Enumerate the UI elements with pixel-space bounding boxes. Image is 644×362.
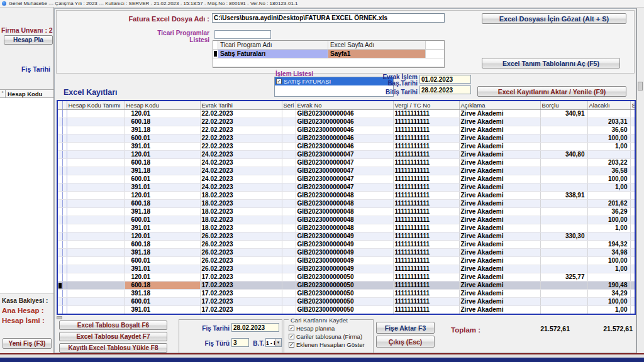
grid-cell[interactable] (282, 142, 296, 150)
grid-cell[interactable]: GİB2023000000047 (296, 183, 393, 191)
grid-cell[interactable] (630, 109, 635, 118)
grid-cell[interactable]: 11111111111 (393, 240, 459, 248)
grid-cell[interactable] (282, 265, 296, 273)
grid-cell[interactable] (62, 142, 67, 150)
grid-cell[interactable] (67, 232, 125, 240)
table-row[interactable]: 120.0126.02.2023GİB202300000004911111111… (58, 232, 635, 240)
table-row[interactable]: 391.1824.02.2023GİB202300000004711111111… (58, 167, 635, 175)
grid-column-header[interactable]: Evrak Tarihi (200, 101, 282, 109)
right-scrollbar-track[interactable] (636, 8, 644, 353)
grid-cell[interactable] (62, 134, 67, 142)
grid-cell[interactable]: 11111111111 (393, 175, 459, 183)
grid-cell[interactable]: 391.01 (125, 224, 200, 232)
grid-cell[interactable]: GİB2023000000047 (296, 167, 393, 175)
table-row[interactable]: 120.0117.02.2023GİB202300000005011111111… (58, 273, 635, 281)
grid-column-header[interactable] (62, 101, 67, 109)
table-row[interactable]: 600.1817.02.2023GİB202300000005011111111… (58, 281, 635, 289)
grid-cell[interactable] (67, 109, 125, 118)
grid-cell[interactable] (62, 232, 67, 240)
grid-cell[interactable] (630, 281, 635, 289)
grid-cell[interactable]: Zirve Akademi (459, 167, 540, 175)
grid-column-header[interactable] (58, 101, 62, 109)
grid-cell[interactable] (630, 199, 635, 207)
grid-cell[interactable] (58, 207, 62, 216)
grid-cell[interactable] (540, 297, 587, 305)
hesap-kodu-column-header[interactable]: Hesap Kodu (6, 90, 54, 97)
grid-cell[interactable]: 1,00 (587, 183, 630, 191)
grid-cell[interactable] (58, 248, 62, 256)
cari-checkbox-row[interactable]: ✓Eklenen Hesapları Göster (289, 341, 372, 349)
table-row[interactable]: 391.0124.02.2023GİB202300000004711111111… (58, 183, 635, 191)
grid-cell[interactable]: Zirve Akademi (459, 281, 540, 289)
grid-cell[interactable]: GİB2023000000050 (296, 305, 393, 314)
grid-cell[interactable]: 11111111111 (393, 109, 459, 118)
grid-cell[interactable]: GİB2023000000046 (296, 134, 393, 142)
grid-cell[interactable] (62, 289, 67, 297)
grid-cell[interactable]: 600.01 (125, 297, 200, 305)
grid-cell[interactable]: 391.01 (125, 305, 200, 314)
grid-cell[interactable] (58, 256, 62, 265)
fis-tarihi-field[interactable]: 28.02.2023 (231, 323, 279, 332)
grid-cell[interactable]: 325,77 (540, 273, 587, 281)
grid-cell[interactable]: 190,48 (587, 281, 630, 289)
grid-cell[interactable]: 391.01 (125, 265, 200, 273)
grid-cell[interactable] (62, 265, 67, 273)
grid-cell[interactable]: 11111111111 (393, 289, 459, 297)
grid-cell[interactable] (62, 216, 67, 224)
grid-cell[interactable]: Zirve Akademi (459, 297, 540, 305)
grid-cell[interactable]: GİB2023000000050 (296, 289, 393, 297)
grid-cell[interactable]: GİB2023000000049 (296, 265, 393, 273)
grid-cell[interactable]: Zirve Akademi (459, 232, 540, 240)
grid-cell[interactable]: GİB2023000000049 (296, 256, 393, 265)
grid-cell[interactable] (58, 150, 62, 158)
grid-cell[interactable] (282, 207, 296, 216)
grid-cell[interactable]: 120.01 (125, 273, 200, 281)
grid-cell[interactable] (282, 167, 296, 175)
grid-cell[interactable] (540, 289, 587, 297)
grid-cell[interactable] (67, 142, 125, 150)
grid-cell[interactable]: 194,32 (587, 240, 630, 248)
grid-cell[interactable] (630, 305, 635, 314)
grid-cell[interactable] (630, 240, 635, 248)
grid-cell[interactable]: 391.18 (125, 289, 200, 297)
grid-cell[interactable] (67, 167, 125, 175)
grid-cell[interactable]: Zirve Akademi (459, 240, 540, 248)
grid-cell[interactable] (282, 297, 296, 305)
grid-cell[interactable] (282, 216, 296, 224)
grid-cell[interactable] (58, 109, 62, 118)
grid-column-header[interactable]: Vergi / TC No (393, 101, 459, 109)
grid-cell[interactable] (58, 216, 62, 224)
grid-cell[interactable] (62, 158, 67, 167)
grid-cell[interactable]: GİB2023000000050 (296, 297, 393, 305)
grid-cell[interactable] (67, 224, 125, 232)
grid-cell[interactable]: 11111111111 (393, 273, 459, 281)
table-row[interactable]: 391.0117.02.2023GİB202300000005011111111… (58, 305, 635, 314)
grid-cell[interactable] (282, 150, 296, 158)
grid-cell[interactable]: 391.18 (125, 248, 200, 256)
grid-cell[interactable]: Zirve Akademi (459, 134, 540, 142)
grid-cell[interactable] (282, 126, 296, 134)
grid-cell[interactable]: Zirve Akademi (459, 207, 540, 216)
grid-cell[interactable]: 600.18 (125, 199, 200, 207)
grid-cell[interactable]: 22.02.2023 (200, 142, 282, 150)
grid-cell[interactable] (67, 248, 125, 256)
grid-cell[interactable] (62, 256, 67, 265)
grid-cell[interactable] (58, 240, 62, 248)
grid-cell[interactable] (630, 207, 635, 216)
grid-cell[interactable]: 340,80 (540, 150, 587, 158)
grid-cell[interactable]: 17.02.2023 (200, 281, 282, 289)
grid-cell[interactable]: 24.02.2023 (200, 167, 282, 175)
grid-cell[interactable] (282, 273, 296, 281)
grid-cell[interactable]: Zirve Akademi (459, 142, 540, 150)
cikis-button[interactable]: Çıkış (Esc) (376, 336, 435, 348)
grid-cell[interactable]: Zirve Akademi (459, 216, 540, 224)
grid-cell[interactable] (58, 224, 62, 232)
table-row[interactable]: 120.0118.02.2023GİB202300000004811111111… (58, 191, 635, 199)
grid-cell[interactable] (67, 216, 125, 224)
grid-cell[interactable]: 11111111111 (393, 183, 459, 191)
grid-cell[interactable] (540, 199, 587, 207)
grid-cell[interactable]: GİB2023000000050 (296, 273, 393, 281)
grid-cell[interactable] (282, 305, 296, 314)
grid-cell[interactable] (282, 224, 296, 232)
grid-cell[interactable]: 11111111111 (393, 216, 459, 224)
